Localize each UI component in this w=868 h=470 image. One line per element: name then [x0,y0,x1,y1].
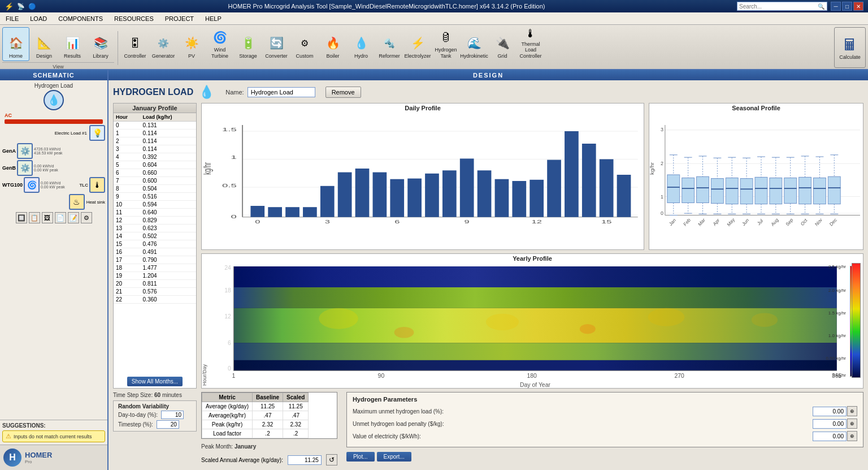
storage-button[interactable]: 🔋 Storage [235,27,262,61]
pv-button[interactable]: ☀️ PV [178,27,205,61]
electric-load-node[interactable]: 💡 [89,125,105,141]
param-input-1[interactable] [813,419,847,429]
search-input[interactable] [737,2,817,10]
hour-cell: 20 [114,280,141,288]
thermal-load-controller-button[interactable]: 🌡 Thermal LoadController [517,27,544,61]
results-icon: 📊 [63,34,81,52]
home-button[interactable]: 🏠 Home [2,27,29,61]
wind-turbine-button[interactable]: 🌀 WindTurbine [206,27,233,61]
electrolyzer-icon: ⚡ [409,34,427,52]
table-row: 140.502 [114,232,196,240]
gen-a-info: 4726.03 kWh/d 418.53 kW peak [34,147,105,155]
scaled-annual-input[interactable] [288,455,322,465]
hour-cell: 14 [114,232,141,240]
controller-button[interactable]: 🎛 Controller [121,27,149,61]
library-button[interactable]: 📚 Library [87,27,114,61]
converter-button[interactable]: 🔄 Converter [263,27,290,61]
sch-btn-1[interactable]: 🔲 [16,212,27,223]
custom-button[interactable]: ⚙ Custom [291,27,318,61]
table-row: 20.114 [114,137,196,145]
param-spin-2[interactable]: ⊕ [847,431,857,441]
svg-rect-21 [425,174,439,217]
hydrogen-load-node[interactable]: 💧 [44,90,64,110]
hydrogen-tank-button[interactable]: 🛢 HydrogenTank [432,27,459,61]
param-spin-1[interactable]: ⊕ [847,419,857,429]
menu-components[interactable]: COMPONENTS [53,12,108,24]
name-input[interactable] [248,87,315,97]
hour-cell: 8 [114,185,141,193]
gen-b-label: GenB [2,165,16,171]
sch-btn-3[interactable]: 🖼 [42,212,53,223]
svg-text:12: 12 [224,313,231,320]
svg-text:Nov: Nov [814,217,823,227]
sch-btn-4[interactable]: 📄 [55,212,66,223]
menu-project[interactable]: PROJECT [159,12,199,24]
timestep-rv-input[interactable] [157,420,179,429]
tlc-node[interactable]: 🌡 [89,177,105,193]
export-button[interactable]: Export... [377,452,411,462]
results-button[interactable]: 📊 Results [59,27,86,61]
scaled-cell: 11.25 [283,402,309,411]
hour-cell: 15 [114,240,141,248]
calculate-icon: 🖩 [842,36,858,54]
wtg-node[interactable]: 🌀 [24,177,40,193]
svg-rect-29 [565,131,579,217]
calculate-button[interactable]: 🖩 Calculate [834,27,866,68]
gen-b-node[interactable]: ⚙️ [17,160,33,176]
plot-button[interactable]: Plot... [346,452,375,462]
design-label: Design [36,53,52,59]
load-cell: 0.392 [141,153,196,161]
sch-btn-2[interactable]: 📋 [29,212,40,223]
close-button[interactable]: ✕ [853,2,863,11]
param-input-0[interactable] [813,407,847,416]
load-cell: 0.516 [141,193,196,201]
electrolyzer-button[interactable]: ⚡ Electrolyzer [404,27,431,61]
hydro-button[interactable]: 💧 Hydro [348,27,375,61]
daily-profile-svg: 1.5 1 0.5 0 kg/hr [202,113,644,249]
wind-turbine-label: WindTurbine [211,47,228,59]
hour-cell: 19 [114,272,141,280]
maximize-button[interactable]: □ [842,2,852,11]
hl-title: HYDROGEN LOAD [113,87,193,97]
show-all-months-button[interactable]: Show All Months... [127,377,183,386]
table-row: Peak (kg/hr)2.322.32 [202,420,309,429]
hydrogen-params-area: Hydrogen Parameters Maximum unmet hydrog… [346,392,863,462]
view-group-label: View [2,62,114,70]
svg-text:1: 1 [232,372,235,378]
boiler-button[interactable]: 🔥 Boiler [319,27,346,61]
heat-sink-row: ♨ Heat sink [2,194,105,210]
heat-sink-node[interactable]: ♨ [69,194,85,210]
minimize-button[interactable]: ─ [831,2,841,11]
view-group: 🏠 Home 📐 Design 📊 Results 📚 Library View [2,27,114,68]
gen-a-node[interactable]: ⚙️ [17,143,33,159]
param-spin-0[interactable]: ⊕ [847,406,857,416]
generator-button[interactable]: ⚙️ Generator [150,27,177,61]
sch-btn-5[interactable]: 📝 [68,212,79,223]
svg-text:kg/hr: kg/hr [649,162,655,175]
svg-text:Jul: Jul [756,218,764,226]
svg-text:1: 1 [231,154,236,161]
grid-button[interactable]: 🔌 Grid [489,27,516,61]
menu-load[interactable]: LOAD [24,12,53,24]
hydrokinetic-button[interactable]: 🌊 Hydrokinetic [461,27,488,61]
hydrogen-params-box: Hydrogen Parameters Maximum unmet hydrog… [346,392,863,447]
param-input-2[interactable] [813,432,847,441]
hour-cell: 1 [114,130,141,137]
day-to-day-input[interactable] [161,411,184,419]
menu-resources[interactable]: RESOURCES [108,12,159,24]
wind-turbine-icon: 🌀 [211,29,229,46]
sch-btn-6[interactable]: ⚙ [81,212,92,223]
baseline-cell: 11.25 [252,402,283,411]
cb-00: 0 kg/hr [832,373,846,378]
hour-cell: 6 [114,169,141,177]
scale-button[interactable]: ↺ [326,454,337,465]
scaled-annual-row: Scaled Annual Average (kg/day): ↺ [201,454,337,465]
hl-icon: 💧 [199,85,214,100]
svg-text:Aug: Aug [770,217,779,227]
remove-button[interactable]: Remove [326,87,361,98]
menu-file[interactable]: FILE [0,12,24,24]
reformer-button[interactable]: 🔩 Reformer [376,27,403,61]
svg-text:1.5: 1.5 [222,126,237,132]
menu-help[interactable]: HELP [199,12,227,24]
design-button[interactable]: 📐 Design [31,27,58,61]
